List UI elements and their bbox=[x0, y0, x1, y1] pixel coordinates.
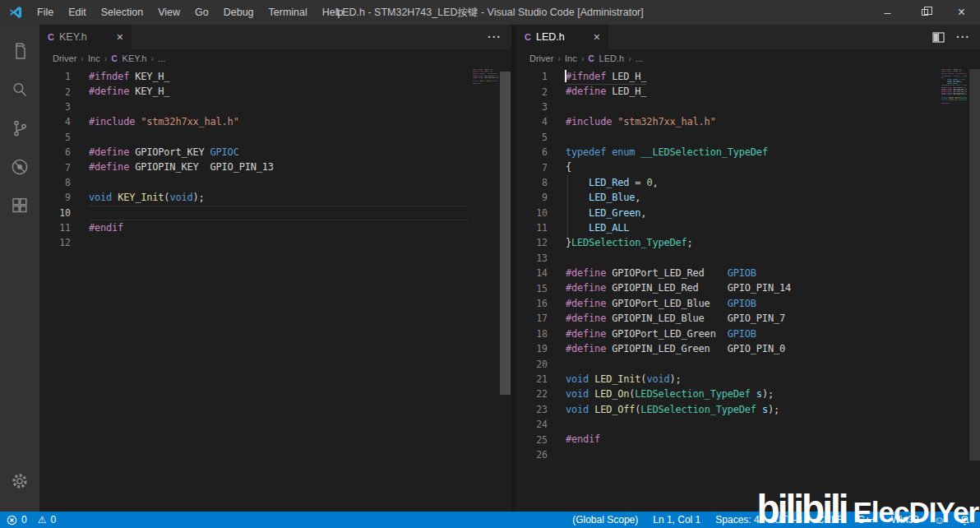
line-number: 7 bbox=[516, 162, 548, 174]
code-line[interactable]: 1#ifndef KEY_H_ bbox=[39, 69, 511, 84]
status-encoding[interactable]: UTF-8 bbox=[774, 514, 802, 526]
code-line[interactable]: 16#define GPIOPort_LED_Blue GPIOB bbox=[516, 296, 980, 311]
code-line[interactable]: 15#define GPIOPIN_LED_Red GPIO_PIN_14 bbox=[516, 280, 980, 295]
breadcrumb-more[interactable]: ... bbox=[636, 53, 643, 63]
status-language-mode[interactable]: C++ bbox=[858, 514, 876, 526]
code-line[interactable]: 11#endif bbox=[39, 220, 511, 235]
search-icon[interactable] bbox=[0, 70, 39, 109]
menu-file[interactable]: File bbox=[30, 0, 61, 25]
chevron-right-icon: › bbox=[557, 53, 561, 63]
status-indentation[interactable]: Spaces: 4 bbox=[715, 514, 759, 526]
breadcrumb-folder[interactable]: Inc bbox=[88, 53, 100, 63]
code-line[interactable]: 14#define GPIOPort_LED_Red GPIOB bbox=[516, 266, 980, 280]
tab-keyh[interactable]: C KEY.h × bbox=[39, 25, 132, 49]
code-line[interactable]: 17#define GPIOPIN_LED_Blue GPIO_PIN_7 bbox=[516, 311, 980, 326]
line-number: 10 bbox=[516, 207, 548, 219]
breadcrumb-more[interactable]: ... bbox=[158, 53, 165, 63]
code-line[interactable]: 5 bbox=[516, 130, 980, 145]
code-line[interactable]: 22void LED_On(LEDSelection_TypeDef s); bbox=[516, 387, 980, 401]
code-line[interactable]: 2#define KEY_H_ bbox=[39, 84, 511, 99]
debug-icon[interactable] bbox=[0, 147, 39, 186]
code-line[interactable]: 3 bbox=[516, 100, 980, 114]
menu-view[interactable]: View bbox=[150, 0, 187, 25]
code-line[interactable]: 1#ifndef LED_H_ bbox=[516, 69, 980, 84]
more-actions-icon[interactable]: ··· bbox=[956, 30, 970, 44]
line-number: 8 bbox=[516, 177, 548, 188]
code-line[interactable]: 19#define GPIOPIN_LED_Green GPIO_PIN_0 bbox=[516, 341, 980, 356]
code-line[interactable]: 3 bbox=[39, 100, 511, 114]
code-line[interactable]: 5 bbox=[39, 130, 511, 145]
code-line[interactable]: 13 bbox=[516, 251, 980, 266]
code-editor-ledh[interactable]: 1#ifndef LED_H_2#define LED_H_34#include… bbox=[516, 67, 980, 512]
code-line[interactable]: 11 LED_ALL bbox=[516, 220, 980, 235]
code-line[interactable]: 12}LEDSelection_TypeDef; bbox=[516, 235, 980, 250]
explorer-icon[interactable] bbox=[0, 31, 39, 70]
status-eol[interactable]: CRLF bbox=[817, 514, 843, 526]
vertical-scrollbar[interactable] bbox=[500, 72, 511, 395]
c-file-icon: C bbox=[525, 32, 531, 42]
feedback-smiley-icon[interactable]: ☺ bbox=[934, 514, 945, 526]
code-line[interactable]: 21void LED_Init(void); bbox=[516, 372, 980, 387]
breadcrumb-file[interactable]: KEY.h bbox=[122, 53, 147, 63]
menu-terminal[interactable]: Terminal bbox=[261, 0, 315, 25]
editor-group-keyh: C KEY.h × ··· Driver › Inc › C KEY.h › bbox=[39, 25, 511, 512]
minimap[interactable]: #ifndef LED_H_#define LED_H_#include "st… bbox=[941, 69, 967, 105]
line-number: 26 bbox=[516, 449, 548, 461]
line-number: 8 bbox=[39, 177, 71, 188]
code-line[interactable]: 23void LED_Off(LEDSelection_TypeDef s); bbox=[516, 402, 980, 417]
vscode-window: File Edit Selection View Go Debug Termin… bbox=[0, 0, 980, 528]
status-cursor-position[interactable]: Ln 1, Col 1 bbox=[653, 514, 700, 526]
code-line[interactable]: 9 LED_Blue, bbox=[516, 190, 980, 205]
problems-indicator[interactable]: 0 ⚠ 0 bbox=[7, 514, 56, 526]
status-platform[interactable]: Win32 bbox=[891, 514, 919, 526]
code-line[interactable]: 10 bbox=[39, 206, 511, 220]
code-line[interactable]: 20 bbox=[516, 356, 980, 371]
code-line[interactable]: 9void KEY_Init(void); bbox=[39, 190, 511, 205]
code-line[interactable]: 12 bbox=[39, 235, 511, 250]
extensions-icon[interactable] bbox=[0, 186, 39, 225]
code-line[interactable]: 2#define LED_H_ bbox=[516, 84, 980, 99]
tab-close-icon[interactable]: × bbox=[594, 31, 600, 43]
menu-selection[interactable]: Selection bbox=[94, 0, 150, 25]
close-icon[interactable]: × bbox=[943, 0, 980, 25]
breadcrumb: Driver › Inc › C LED.h › ... bbox=[516, 49, 980, 67]
code-line[interactable]: 10 LED_Green, bbox=[516, 206, 980, 220]
line-number: 12 bbox=[39, 237, 71, 248]
menu-debug[interactable]: Debug bbox=[216, 0, 261, 25]
source-control-icon[interactable] bbox=[0, 109, 39, 147]
chevron-right-icon: › bbox=[628, 53, 631, 63]
menu-edit[interactable]: Edit bbox=[61, 0, 94, 25]
code-line[interactable]: 18#define GPIOPort_LED_Green GPIOB bbox=[516, 327, 980, 341]
settings-gear-icon[interactable] bbox=[0, 461, 39, 500]
minimap[interactable]: #ifndef KEY_H_#define KEY_H_#include "st… bbox=[473, 69, 498, 86]
status-scope[interactable]: (Global Scope) bbox=[572, 514, 638, 526]
line-number: 3 bbox=[516, 101, 548, 113]
code-line[interactable]: 7{ bbox=[516, 160, 980, 174]
code-line[interactable]: 6typedef enum __LEDSelection_TypeDef bbox=[516, 145, 980, 160]
restore-icon[interactable] bbox=[906, 0, 943, 25]
breadcrumb-folder[interactable]: Driver bbox=[529, 53, 553, 63]
code-line[interactable]: 8 LED_Red = 0, bbox=[516, 175, 980, 190]
code-line[interactable]: 7#define GPIOPIN_KEY GPIO_PIN_13 bbox=[39, 160, 511, 174]
split-editor-icon[interactable] bbox=[932, 32, 945, 43]
more-actions-icon[interactable]: ··· bbox=[488, 30, 502, 44]
code-line[interactable]: 4#include "stm32h7xx_hal.h" bbox=[516, 114, 980, 129]
tab-close-icon[interactable]: × bbox=[117, 31, 123, 43]
notifications-bell-icon[interactable] bbox=[959, 515, 970, 526]
code-line[interactable]: 4#include "stm32h7xx_hal.h" bbox=[39, 114, 511, 129]
breadcrumb-file[interactable]: LED.h bbox=[599, 53, 625, 63]
menu-help[interactable]: Help bbox=[315, 0, 351, 25]
tab-ledh[interactable]: C LED.h × bbox=[516, 25, 608, 49]
breadcrumb-folder[interactable]: Inc bbox=[565, 53, 577, 63]
code-line[interactable]: 25#endif bbox=[516, 432, 980, 447]
menu-go[interactable]: Go bbox=[187, 0, 216, 25]
breadcrumb-folder[interactable]: Driver bbox=[53, 53, 76, 63]
minimize-icon[interactable]: – bbox=[869, 0, 906, 25]
code-line[interactable]: 26 bbox=[516, 447, 980, 462]
vertical-scrollbar[interactable] bbox=[969, 69, 980, 461]
code-line[interactable]: 6#define GPIOPort_KEY GPIOC bbox=[39, 145, 511, 160]
line-number: 11 bbox=[516, 222, 548, 234]
code-editor-keyh[interactable]: 1#ifndef KEY_H_2#define KEY_H_34#include… bbox=[39, 67, 511, 512]
code-line[interactable]: 24 bbox=[516, 417, 980, 432]
code-line[interactable]: 8 bbox=[39, 175, 511, 190]
